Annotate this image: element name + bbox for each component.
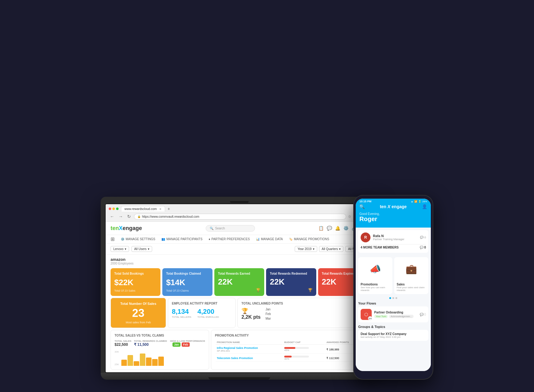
sales-desc: Find your sales and claim rewards [397,286,426,292]
browser-tab[interactable]: www.rewardscloud.com ✕ [121,206,165,212]
alerts-button[interactable]: 🔔 [335,226,340,231]
total-sales-title: Total Number Of Sales [120,302,156,305]
window-maximize[interactable] [116,208,119,210]
app-header: ten X engage 🔍 Search 📋 💬 🔔 ⚙️ [106,222,373,235]
nav-manage-data[interactable]: 📊 MANAGE DATA [256,235,283,243]
flow-tag-turn: Your Turn [374,315,388,318]
flows-section: Your Flows ⬡ 0/4 Partner Onboarding Your… [356,300,431,324]
nav-manage-participants[interactable]: 👥 MANAGE PARTICIPANTS [161,235,202,243]
feature-card-sales[interactable]: 💼 Sales Find your sales and claim reward… [394,257,428,294]
flow-item[interactable]: ⬡ 0/4 Partner Onboarding Your Turn Ackno… [358,306,428,322]
team-member-rafa: R Rafa N Partner Training Manager 💬 0 [361,232,426,242]
bookmark-icon[interactable]: ☆ [348,214,351,219]
phone-logo-x: X [387,204,390,209]
back-button[interactable]: ← [109,213,115,220]
browser-chrome: www.rewardscloud.com ✕ + ← → ↻ 🔒 https:/… [106,204,373,222]
phone-time: 10:15 PM [359,200,371,203]
chart-bar-5 [146,358,152,366]
promo-col-name: PROMOTION NAME [216,340,282,345]
greeting-label: Good Evening, [359,212,427,216]
tab-close-icon[interactable]: ✕ [159,208,162,211]
y-label-25k: 25K [115,363,119,366]
more-members[interactable]: 4 MORE TEAM MEMBERS 💬 0 [361,244,426,250]
more-members-label: 4 MORE TEAM MEMBERS [361,246,398,249]
month-mar: Mar [265,317,271,320]
rewards-redeemed-icon: 🏆 [308,288,313,292]
signal-icon: 📶 [414,200,417,203]
promo-activity-title: PROMOTION ACTIVITY [215,334,364,337]
chart-y-axis: 30K 25K [115,350,119,366]
total-sales-value: 23 [132,307,144,320]
refresh-button[interactable]: ↻ [126,213,132,220]
dot-1[interactable] [389,297,391,299]
battery-pct: 28% [422,200,427,203]
company-filter[interactable]: Lenovo ▾ [111,246,129,252]
sales-claims-panel: TOTAL SALES VS TOTAL CLAIMS TOTAL SALES … [111,330,209,370]
group-item[interactable]: Deal Support for XYZ Company last activi… [358,330,428,341]
unclaimed-title: TOTAL UNCLAIMED POINTS [241,302,364,305]
search-bar[interactable]: 🔍 Search [206,225,255,232]
tab-add-button[interactable]: + [168,206,170,211]
budget-pct-1: 45% [284,349,323,352]
app-logo: ten X engage [111,225,142,232]
total-sales-panel: Total Number Of Sales 23 Most sales from… [111,298,166,328]
chart-bar-3 [134,361,139,366]
company-employees: 2000 Employees [111,262,368,265]
total-sales-meta-value: $22,500 [115,342,131,347]
app-nav: ⊞ ⚙️ MANAGE SETTINGS 👥 MANAGE PARTICIPAN… [106,235,373,244]
logo-ten: ten [111,225,119,232]
sold-bookings-title: Total Sold Bookings [114,272,157,275]
window-minimize[interactable] [112,208,115,210]
phone-logo-ten: ten [380,204,386,209]
data-icon: 📊 [256,237,260,241]
year-filter[interactable]: Year 2019 ▾ [295,246,317,252]
notifications-button[interactable]: 📋 [318,226,324,231]
member-role: Partner Training Manager [373,238,404,241]
quarters-filter[interactable]: All Quarters ▾ [319,246,344,252]
dot-2[interactable] [392,297,394,299]
phone-search-icon[interactable]: 🔍 [359,204,365,209]
nav-partner-preferences[interactable]: ♦ PARTNER PREFERENCES [208,235,250,243]
promo-name-2[interactable]: Telecomm Sales Promotion [217,357,281,360]
company-filter-label: Lenovo [113,247,123,251]
promo-name-1[interactable]: Infra Regional Sales Promotion [217,346,281,350]
dot-3[interactable] [395,297,397,299]
total-sales-label: TOTAL SALES [115,340,131,342]
flow-tag-ack: Acknowledgemen... [389,315,414,318]
sold-bookings-sub: Total Of 23 Sales [114,289,157,292]
feature-card-promotions[interactable]: 📣 Promotions See how you can earn reward… [358,257,392,294]
unclaimed-points-panel: TOTAL UNCLAIMED POINTS 🏆 2,2K pts Jan Fe… [237,298,368,328]
promo-col-budget: BUDGET CAP [283,340,325,345]
month-feb: Feb [265,312,271,316]
greeting-name: Roger [359,216,427,223]
stat-card-rewards-redeemed: Total Rewards Redeemed 22K 🏆 [266,268,316,296]
company-name: amazon [111,257,368,262]
flow-name: Partner Onboarding [374,311,414,314]
participants-icon: 👥 [161,237,165,241]
stat-card-sold-bookings: Total Sold Bookings $22K Total Of 23 Sal… [111,268,160,296]
sales-label: Sales [397,283,426,286]
ssl-icon: 🔒 [137,215,141,218]
users-filter[interactable]: All Users ▾ [131,246,152,252]
messages-button[interactable]: 💬 [327,226,332,231]
activity-report-panel: EMPLOYEE ACTIVITY REPORT 8,134 TOTAL SEL… [168,298,236,328]
grid-menu-button[interactable]: ⊞ [111,236,115,242]
bottom-panels: TOTAL SALES VS TOTAL CLAIMS TOTAL SALES … [106,330,373,372]
promo-row-1: Infra Regional Sales Promotion SP-IRS-00… [216,345,363,354]
forward-button[interactable]: → [117,213,124,220]
promotions-label: Promotions [361,283,390,286]
chevron-down-icon: ▾ [148,247,149,251]
nav-manage-settings[interactable]: ⚙️ MANAGE SETTINGS [121,235,155,243]
wifi-icon: ▲ [411,200,413,203]
phone-user-icon[interactable]: 👤 [422,204,427,209]
laptop-device: www.rewardscloud.com ✕ + ← → ↻ 🔒 https:/… [101,197,378,380]
budget-pct-2: 30% [284,358,323,360]
total-enrolled-value: 4,200 [197,308,219,316]
settings-button[interactable]: ⚙️ [343,226,349,231]
logo-engage: engage [123,225,142,232]
nav-manage-promotions[interactable]: 🏷️ MANAGE PROMOTIONS [289,235,329,243]
total-sellers-value: 8,134 [172,308,191,316]
group-sub: last activity on 27 May 2022 3:46 pm [361,336,426,338]
stat-card-bookings-claimed: Total Bookings Claimed $14K Total Of 23 … [162,268,212,296]
window-close[interactable] [109,208,111,210]
